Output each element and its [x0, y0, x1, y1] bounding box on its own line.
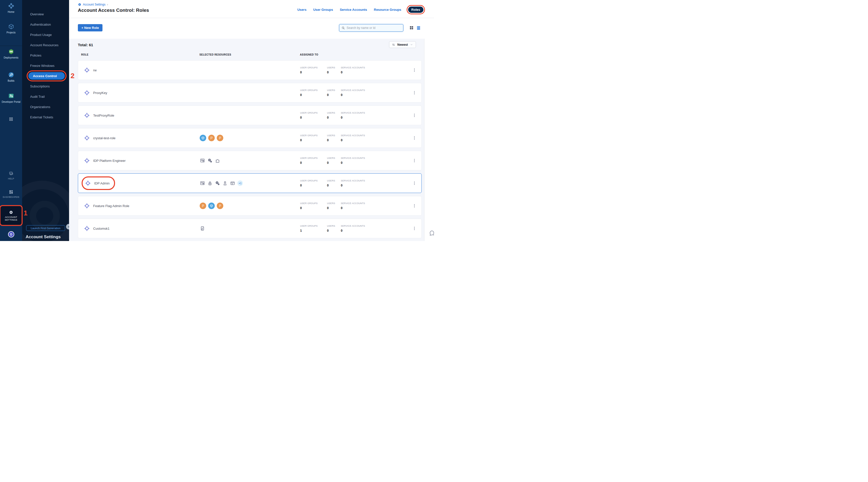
assigned-to-cell: USER GROUPS1 USERS0 SERVICE ACCOUNTS0 [300, 225, 407, 233]
target-icon [84, 225, 90, 232]
role-name: Feature Flag Admin Role [93, 204, 129, 208]
selected-resources-cell [200, 203, 300, 209]
selected-resources-cell [200, 158, 300, 163]
resource-puzzle-icon [215, 158, 220, 163]
role-cell: TestProxyRole [78, 110, 200, 121]
resource-overflow-badge: +1 [237, 180, 243, 186]
settings-menu-item-access-control[interactable]: Access Control [28, 72, 65, 80]
tab-users[interactable]: Users [298, 8, 306, 11]
role-row[interactable]: Customsk1 USER GROUPS1 USERS0 SERVICE AC… [78, 219, 422, 238]
settings-menu-item-organizations[interactable]: Organizations [22, 102, 69, 112]
breadcrumb-chevron-icon: › [107, 2, 108, 6]
user-groups-count: 0 [300, 116, 327, 119]
puzzle-icon [215, 158, 220, 163]
selected-resources-cell [200, 226, 300, 231]
sidebar-item-help[interactable]: HELP [0, 171, 22, 180]
sidebar-item-builds[interactable]: Builds [0, 71, 22, 82]
row-menu-button[interactable] [407, 203, 422, 208]
search-box [339, 24, 403, 32]
users-count: 0 [327, 161, 341, 164]
settings-menu-item-subscriptions[interactable]: Subscriptions [22, 81, 69, 91]
settings-menu-item-account-resources[interactable]: Account Resources [22, 40, 69, 50]
service-accounts-count: 0 [341, 139, 407, 142]
sidebar-item-developer-portal[interactable]: Developer Portal [0, 92, 22, 103]
role-row[interactable]: IDP Platform Engineer USER GROUPS0 USERS… [78, 151, 422, 170]
search-input[interactable] [347, 26, 401, 30]
breadcrumb[interactable]: Account Settings › [78, 2, 108, 6]
user-groups-count: 1 [300, 229, 327, 233]
sidebar-item-home[interactable]: Home [0, 2, 22, 13]
role-row[interactable]: crystal-test-role USER GROUPS0 USERS0 SE… [78, 128, 422, 148]
role-target-icon [84, 67, 90, 73]
sort-dropdown[interactable]: Newest [389, 41, 416, 48]
users-label: USERS [327, 134, 341, 137]
settings-menu-item-product-usage[interactable]: Product Usage [22, 30, 69, 40]
tab-user-groups[interactable]: User Groups [313, 8, 333, 11]
row-menu-button[interactable] [407, 113, 422, 118]
role-cell: rw [78, 65, 200, 76]
row-menu-button[interactable] [407, 68, 422, 72]
role-row[interactable]: Feature Flag Admin Role USER GROUPS0 USE… [78, 196, 422, 216]
resource-table-icon [230, 180, 235, 186]
settings-menu-item-overview[interactable]: Overview [22, 9, 69, 19]
tab-resource-groups[interactable]: Resource Groups [374, 8, 401, 11]
resource-flag-icon [217, 203, 223, 209]
role: IDP Platform Engineer [83, 155, 129, 166]
assigned-to-cell: USER GROUPS0 USERS0 SERVICE ACCOUNTS0 [300, 112, 407, 119]
new-role-button[interactable]: + New Role [78, 24, 102, 31]
sort-arrows-icon [392, 43, 395, 47]
grid-view-icon[interactable] [409, 25, 414, 30]
support-chat-icon[interactable] [429, 230, 434, 237]
users-label: USERS [327, 112, 341, 114]
annotated-role: IDP Admin [83, 178, 114, 188]
row-menu-button[interactable] [407, 226, 422, 231]
resource-flag-icon [200, 203, 206, 209]
sidebar-item-projects[interactable]: Projects [0, 23, 22, 34]
tab-roles[interactable]: Roles [408, 6, 424, 13]
sidebar-item-dashboards[interactable]: DASHBOARDS [0, 189, 22, 199]
user-groups-label: USER GROUPS [300, 225, 327, 227]
resource-cube-icon [208, 203, 215, 209]
page-header: Account Settings › Account Access Contro… [69, 0, 434, 18]
content-right-divider [424, 39, 425, 241]
settings-menu-item-external-tickets[interactable]: External Tickets [22, 112, 69, 122]
launch-first-generation-button[interactable]: Launch First Generation [26, 225, 65, 231]
user-avatar[interactable]: D [8, 231, 14, 238]
role-cell: IDP Admin [78, 178, 200, 188]
service-accounts-label: SERVICE ACCOUNTS [341, 134, 407, 137]
role-name: crystal-test-role [93, 136, 116, 140]
row-menu-button[interactable] [407, 181, 422, 186]
role-target-icon [84, 157, 90, 164]
role-name: Customsk1 [93, 227, 110, 231]
module-picker-button[interactable] [0, 117, 22, 122]
resource-gears-icon [207, 158, 213, 163]
row-menu-button[interactable] [407, 90, 422, 95]
settings-menu-item-authentication[interactable]: Authentication [22, 19, 69, 30]
resource-lock-icon [207, 180, 213, 186]
role-name: ProxyKey [93, 91, 107, 95]
users-count: 0 [327, 206, 341, 210]
row-menu-button[interactable] [407, 158, 422, 163]
role-row[interactable]: TestProxyRole USER GROUPS0 USERS0 SERVIC… [78, 106, 422, 125]
sidebar-item-deployments[interactable]: Deployments [0, 48, 22, 59]
settings-menu-item-audit-trail[interactable]: Audit Trail [22, 91, 69, 102]
tab-service-accounts[interactable]: Service Accounts [340, 8, 367, 11]
role-target-icon [84, 112, 90, 119]
row-menu-button[interactable] [407, 135, 422, 141]
assigned-to-cell: USER GROUPS0 USERS0 SERVICE ACCOUNTS0 [300, 134, 407, 142]
roles-list-area: Total: 61 Newest ROLESELECTED RESOURCESA… [69, 39, 424, 241]
service-accounts-count: 0 [341, 116, 407, 119]
settings-menu-item-policies[interactable]: Policies [22, 50, 69, 61]
role-row[interactable]: IDP Admin +1 USER GROUPS0 USERS0 SERVICE… [78, 173, 422, 193]
builds-icon [8, 71, 14, 78]
sidebar-item-account-settings[interactable]: ACCOUNTSETTINGS [0, 206, 22, 225]
role-row[interactable]: ProxyKey USER GROUPS0 USERS0 SERVICE ACC… [78, 83, 422, 102]
settings-menu-item-freeze-windows[interactable]: Freeze Windows [22, 61, 69, 71]
module-label: Developer Portal [2, 100, 20, 103]
service-accounts-label: SERVICE ACCOUNTS [341, 202, 407, 205]
list-view-icon[interactable] [416, 25, 421, 30]
role-row[interactable]: rw USER GROUPS0 USERS0 SERVICE ACCOUNTS0 [78, 60, 422, 80]
person-icon [222, 180, 228, 186]
resource-person-icon [222, 180, 228, 186]
role: crystal-test-role [83, 133, 119, 143]
